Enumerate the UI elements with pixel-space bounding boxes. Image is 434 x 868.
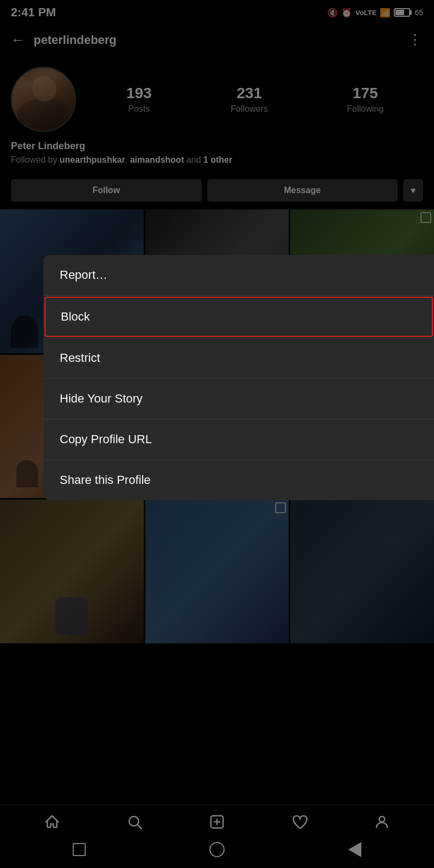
menu-item-copy-url[interactable]: Copy Profile URL — [43, 419, 434, 460]
menu-item-share-profile[interactable]: Share this Profile — [43, 460, 434, 500]
menu-item-hide-story[interactable]: Hide Your Story — [43, 379, 434, 419]
menu-item-block[interactable]: Block — [44, 297, 433, 337]
menu-overlay[interactable]: Report… Block Restrict Hide Your Story C… — [0, 0, 434, 868]
context-menu: Report… Block Restrict Hide Your Story C… — [43, 255, 434, 500]
menu-item-report[interactable]: Report… — [43, 255, 434, 296]
menu-item-restrict[interactable]: Restrict — [43, 338, 434, 379]
